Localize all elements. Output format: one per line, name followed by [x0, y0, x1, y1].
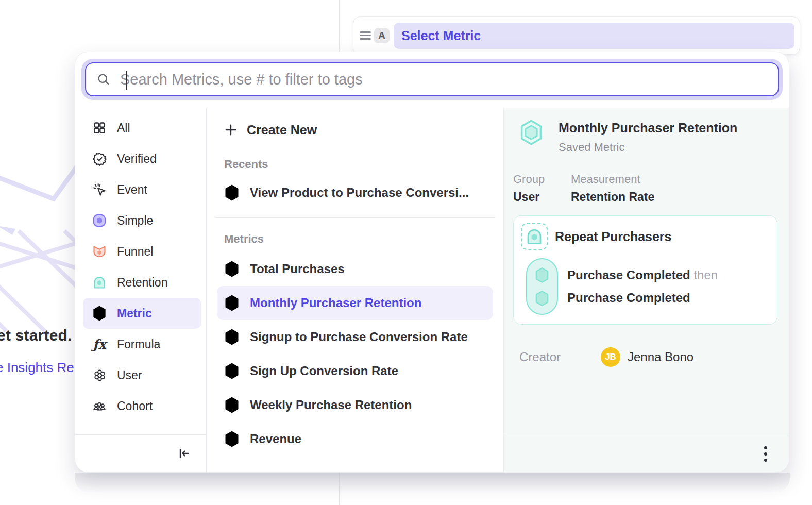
sidebar-footer [75, 434, 206, 472]
sidebar-item-cohort[interactable]: Cohort [83, 391, 201, 422]
group-value: User [513, 190, 559, 204]
more-options-icon[interactable] [764, 446, 767, 462]
metric-row-revenue[interactable]: Revenue [217, 422, 493, 456]
recents-section-label: Recents [207, 158, 503, 171]
step-1-event: Purchase Completed [567, 268, 690, 282]
select-metric-bar[interactable]: A Select Metric [353, 16, 800, 55]
sidebar-item-label: Cohort [117, 399, 153, 413]
verified-badge-icon [91, 152, 108, 166]
select-metric-pill[interactable]: Select Metric [394, 23, 794, 49]
background-insights-link-fragment[interactable]: e Insights Re [0, 360, 74, 376]
text-caret [126, 71, 127, 90]
select-metric-label: Select Metric [401, 28, 481, 43]
simple-hexagon-icon [224, 430, 240, 448]
recent-metric-label: View Product to Purchase Conversi... [250, 186, 469, 200]
metric-list-column: Create New Recents View Product to Purch… [207, 108, 504, 472]
sidebar-item-all[interactable]: All [83, 112, 201, 143]
metric-row-label: Revenue [250, 432, 301, 446]
sidebar-item-label: Formula [117, 338, 160, 351]
metric-row-label: Sign Up Conversion Rate [250, 364, 398, 378]
metric-row-signup-to-purchase-conversion-rate[interactable]: Signup to Purchase Conversion Rate [217, 320, 493, 354]
metric-row-label: Signup to Purchase Conversion Rate [250, 330, 468, 344]
simple-hexagon-icon [224, 260, 240, 278]
group-label: Group [513, 173, 559, 186]
event-cursor-icon [91, 183, 108, 197]
metrics-section-label: Metrics [207, 232, 503, 246]
retention-metric-icon [91, 275, 108, 290]
saved-metric-hexagon-icon [519, 120, 543, 145]
grid-icon [91, 121, 108, 134]
metric-detail-panel: Monthly Purchaser Retention Saved Metric… [504, 108, 789, 472]
formula-icon: ƒx [91, 337, 108, 352]
simple-metric-icon [91, 213, 108, 228]
sidebar-item-funnel[interactable]: Funnel [83, 236, 201, 267]
sequence-capsule [526, 258, 558, 315]
section-divider [215, 217, 495, 218]
search-box[interactable] [85, 62, 779, 96]
step-hexagon-icon [535, 290, 549, 307]
collapse-sidebar-icon[interactable] [177, 447, 191, 460]
funnel-hexagon-icon [224, 362, 240, 380]
sidebar-item-metric[interactable]: Metric [83, 298, 201, 329]
search-input[interactable] [120, 71, 768, 88]
sidebar-item-simple[interactable]: Simple [83, 205, 201, 236]
sidebar-item-retention[interactable]: Retention [83, 267, 201, 298]
metric-row-label: Weekly Purchase Retention [250, 398, 412, 412]
search-focus-ring [81, 59, 783, 100]
retention-hexagon-icon [224, 294, 240, 312]
metric-row-label: Monthly Purchaser Retention [250, 296, 421, 310]
filter-sidebar: All Verified [75, 108, 207, 472]
measurement-value: Retention Rate [571, 190, 654, 204]
creator-name: Jenna Bono [628, 350, 693, 364]
sidebar-item-label: Simple [117, 214, 153, 228]
sidebar-item-label: Metric [117, 307, 152, 321]
sidebar-item-label: Retention [117, 276, 167, 290]
sidebar-item-label: Verified [117, 152, 157, 166]
funnel-hexagon-icon [224, 328, 240, 346]
sidebar-item-label: All [117, 121, 130, 135]
create-new-button[interactable]: Create New [207, 115, 503, 144]
modal-drop-shadow [75, 473, 790, 493]
creator-label: Creator [519, 350, 591, 364]
repeat-purchasers-card: Repeat Purchasers [513, 215, 777, 325]
background-decoration-lines [0, 165, 77, 345]
funnel-hexagon-icon [224, 184, 240, 201]
then-connector: then [693, 268, 718, 282]
sidebar-item-verified[interactable]: Verified [83, 143, 201, 174]
sidebar-item-user[interactable]: User [83, 360, 201, 391]
user-cluster-icon [91, 368, 108, 382]
metric-hexagon-icon [91, 305, 108, 322]
search-icon [96, 72, 111, 87]
sidebar-item-label: Funnel [117, 245, 153, 259]
sidebar-item-label: User [117, 368, 142, 382]
create-new-label: Create New [247, 123, 317, 138]
sidebar-item-label: Event [117, 183, 147, 197]
series-a-badge: A [374, 28, 390, 43]
metric-row-weekly-purchase-retention[interactable]: Weekly Purchase Retention [217, 388, 493, 422]
metric-row-label: Total Purchases [250, 262, 345, 276]
drag-handle-icon[interactable] [360, 30, 371, 41]
measurement-label: Measurement [571, 173, 654, 186]
retention-hexagon-icon [224, 396, 240, 414]
cohort-card-title: Repeat Purchasers [555, 229, 672, 244]
recent-metric-row[interactable]: View Product to Purchase Conversi... [217, 176, 493, 209]
detail-panel-footer [504, 435, 789, 472]
sidebar-item-event[interactable]: Event [83, 174, 201, 205]
step-hexagon-icon [535, 267, 549, 283]
creator-avatar: JB [601, 347, 620, 367]
metric-row-total-purchases[interactable]: Total Purchases [217, 252, 493, 286]
metric-row-sign-up-conversion-rate[interactable]: Sign Up Conversion Rate [217, 354, 493, 388]
funnel-metric-icon [91, 244, 108, 259]
detail-title: Monthly Purchaser Retention [559, 121, 737, 136]
detail-subtitle: Saved Metric [559, 141, 737, 154]
cohort-people-icon [91, 399, 108, 413]
cohort-dashed-icon [521, 223, 548, 250]
plus-icon [224, 123, 238, 137]
metric-picker-modal: All Verified [75, 52, 789, 473]
sidebar-item-formula[interactable]: ƒx Formula [83, 329, 201, 360]
metric-row-monthly-purchaser-retention[interactable]: Monthly Purchaser Retention [217, 286, 493, 320]
background-heading-fragment: et started. [0, 327, 72, 344]
step-2-event: Purchase Completed [567, 291, 690, 305]
